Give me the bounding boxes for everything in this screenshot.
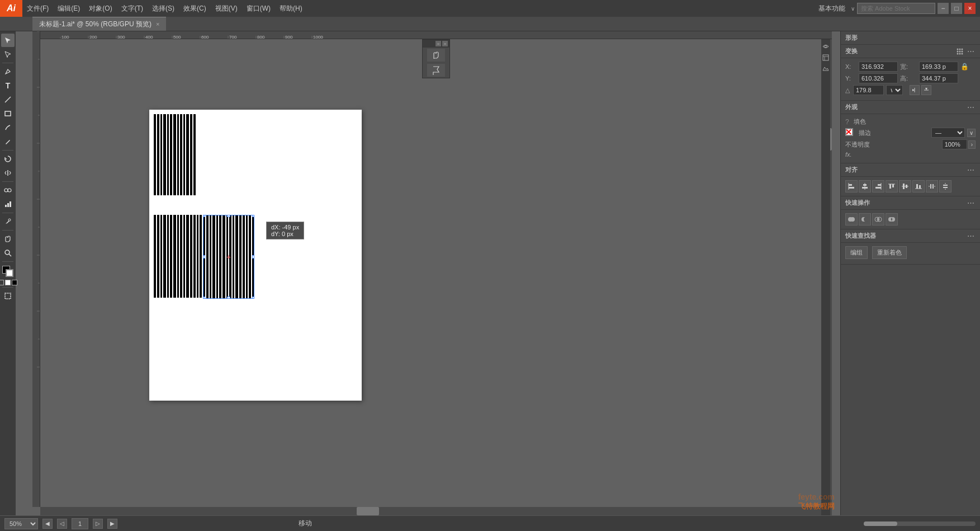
menu-item-o[interactable]: 对象(O) bbox=[84, 0, 116, 17]
stroke-color[interactable] bbox=[6, 269, 13, 277]
align-right-btn[interactable] bbox=[872, 180, 884, 192]
workspace-chevron[interactable]: ∨ bbox=[851, 6, 855, 12]
page-input[interactable] bbox=[72, 518, 88, 529]
svg-rect-129 bbox=[248, 215, 249, 298]
align-top-btn[interactable] bbox=[886, 180, 898, 192]
align-buttons-row1 bbox=[845, 180, 976, 192]
group-button[interactable]: 编组 bbox=[845, 246, 868, 259]
y-label: Y: bbox=[845, 75, 856, 82]
align-left-btn[interactable] bbox=[845, 180, 858, 192]
maximize-button[interactable]: □ bbox=[951, 3, 962, 14]
svg-rect-151 bbox=[849, 187, 854, 189]
panel-icon-3[interactable] bbox=[821, 41, 831, 51]
panel-icon-5[interactable] bbox=[821, 64, 831, 74]
rotate-tool[interactable] bbox=[1, 152, 15, 166]
pathfinder-unite-btn[interactable] bbox=[845, 213, 858, 225]
opacity-input[interactable] bbox=[942, 139, 967, 149]
panel-icon-4[interactable] bbox=[821, 53, 831, 63]
prev-page-btn[interactable]: ◀ bbox=[42, 519, 53, 529]
pathfinder-minus-btn[interactable] bbox=[859, 213, 871, 225]
menu-item-v[interactable]: 视图(V) bbox=[211, 0, 242, 17]
x-input[interactable] bbox=[859, 62, 898, 72]
menu-item-e[interactable]: 编辑(E) bbox=[53, 0, 84, 17]
menu-item-f[interactable]: 文件(F) bbox=[22, 0, 53, 17]
y-input[interactable] bbox=[859, 73, 898, 83]
menu-item-s[interactable]: 选择(S) bbox=[148, 0, 179, 17]
next-page-btn2[interactable]: ▶ bbox=[107, 519, 117, 529]
none-color[interactable] bbox=[0, 280, 4, 285]
floating-flag-icon[interactable] bbox=[427, 64, 445, 77]
angle-dropdown[interactable]: ∨ bbox=[886, 85, 903, 95]
fill-stroke-colors[interactable] bbox=[1, 265, 15, 278]
eyedropper-tool[interactable] bbox=[1, 215, 15, 228]
svg-rect-92 bbox=[189, 215, 190, 298]
zoom-tool[interactable] bbox=[1, 246, 15, 260]
distribute-h-btn[interactable] bbox=[926, 180, 938, 192]
transform-more-btn[interactable]: ⋯ bbox=[966, 47, 976, 55]
align-section bbox=[841, 177, 980, 196]
menu-item-c[interactable]: 效果(C) bbox=[179, 0, 211, 17]
rectangle-tool[interactable] bbox=[1, 107, 15, 120]
reflect-tool[interactable] bbox=[1, 166, 15, 180]
pathfinder-more-btn[interactable]: ⋯ bbox=[966, 199, 976, 207]
floating-panel-close[interactable]: × bbox=[442, 41, 448, 46]
distribute-v-btn[interactable] bbox=[939, 180, 951, 192]
menu-item-w[interactable]: 窗口(W) bbox=[242, 0, 275, 17]
artboard-tool[interactable] bbox=[1, 289, 15, 303]
w-input[interactable] bbox=[919, 62, 958, 72]
opacity-expand-btn[interactable]: › bbox=[968, 140, 976, 149]
align-center-h-btn[interactable] bbox=[859, 180, 871, 192]
stroke-type-dropdown[interactable]: — bbox=[931, 128, 965, 138]
flip-v-icon[interactable] bbox=[921, 85, 931, 95]
stroke-options-dropdown[interactable]: ∨ bbox=[967, 129, 976, 137]
document-tab[interactable]: 未标题-1.ai* @ 50% (RGB/GPU 预览) × bbox=[32, 17, 166, 31]
shape-builder-tool[interactable] bbox=[1, 184, 15, 197]
chart-tool[interactable] bbox=[1, 198, 15, 211]
search-input[interactable] bbox=[857, 3, 935, 14]
transform-title: 变换 bbox=[845, 47, 858, 55]
svg-rect-11 bbox=[5, 293, 11, 299]
hand-tool[interactable] bbox=[1, 232, 15, 246]
recolor-button[interactable]: 重新着色 bbox=[872, 246, 907, 259]
menu-item-h[interactable]: 帮助(H) bbox=[275, 0, 307, 17]
paintbrush-tool[interactable] bbox=[1, 121, 15, 134]
close-button[interactable]: × bbox=[964, 3, 976, 14]
align-bottom-btn[interactable] bbox=[912, 180, 925, 192]
floating-hand-icon[interactable] bbox=[427, 49, 445, 62]
doc-tab-close[interactable]: × bbox=[156, 21, 159, 27]
svg-rect-128 bbox=[246, 215, 248, 298]
canvas-area[interactable]: + bbox=[40, 31, 840, 515]
svg-rect-169 bbox=[932, 184, 934, 189]
prev-page-btn2[interactable]: ◁ bbox=[57, 519, 67, 529]
white-color[interactable] bbox=[5, 280, 11, 285]
appearance-more-btn[interactable]: ⋯ bbox=[966, 103, 976, 111]
align-center-v-btn[interactable] bbox=[899, 180, 911, 192]
line-tool[interactable] bbox=[1, 93, 15, 106]
horizontal-scrollbar[interactable] bbox=[40, 507, 832, 515]
h-scroll-thumb[interactable] bbox=[357, 507, 379, 515]
direct-selection-tool[interactable] bbox=[1, 48, 15, 61]
fill-question-icon: ? bbox=[845, 118, 849, 126]
pen-tool[interactable] bbox=[1, 65, 15, 78]
text-tool[interactable]: T bbox=[1, 79, 15, 92]
lock-proportions-icon[interactable]: 🔒 bbox=[960, 63, 969, 71]
svg-text:100: 100 bbox=[61, 35, 69, 39]
pathfinder-exclude-btn[interactable] bbox=[886, 213, 898, 225]
align-more-btn[interactable]: ⋯ bbox=[966, 166, 976, 174]
color-quick-access bbox=[0, 280, 17, 285]
minimize-button[interactable]: − bbox=[938, 3, 949, 14]
flip-h-icon[interactable] bbox=[910, 85, 920, 95]
angle-input[interactable] bbox=[853, 85, 884, 95]
floating-panel-collapse[interactable]: » bbox=[435, 41, 441, 46]
h-input[interactable] bbox=[919, 73, 958, 83]
quickactions-more-btn[interactable]: ⋯ bbox=[966, 232, 976, 240]
next-page-btn[interactable]: ▷ bbox=[93, 519, 103, 529]
pencil-tool[interactable] bbox=[1, 135, 15, 148]
menu-item-t[interactable]: 文字(T) bbox=[117, 0, 148, 17]
selection-tool[interactable] bbox=[1, 34, 15, 47]
pathfinder-intersect-btn[interactable] bbox=[872, 213, 884, 225]
zoom-select[interactable]: 50% 25% 75% 100% bbox=[4, 518, 38, 529]
quickactions-buttons: 编组 重新着色 bbox=[845, 246, 976, 259]
stroke-label: 描边 bbox=[859, 129, 929, 137]
black-color[interactable] bbox=[12, 280, 17, 285]
